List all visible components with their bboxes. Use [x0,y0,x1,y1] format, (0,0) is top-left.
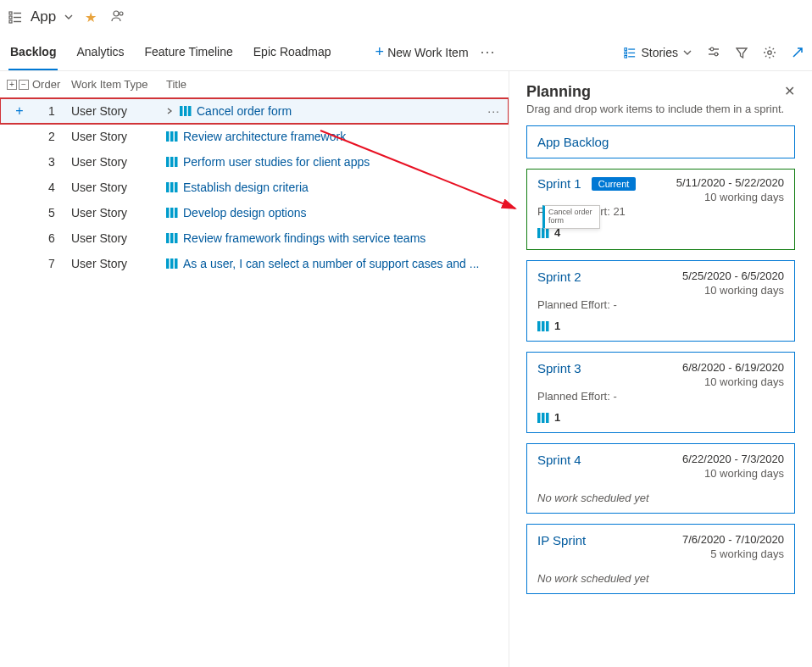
svg-rect-36 [175,233,178,243]
expand-all-button[interactable]: + [7,80,17,90]
sprint-dates: 7/6/2020 - 7/10/2020 [682,533,784,546]
svg-rect-12 [625,55,627,58]
work-item-title[interactable]: As a user, I can select a number of supp… [183,257,479,270]
tab-analytics[interactable]: Analytics [75,34,125,70]
svg-rect-39 [175,258,178,269]
collapse-all-button[interactable]: − [19,80,29,90]
tab-feature-timeline[interactable]: Feature Timeline [143,34,235,70]
svg-rect-44 [542,321,545,331]
table-row[interactable]: + 5 User Story Develop design options ··… [0,200,509,225]
chevron-right-icon[interactable] [166,107,175,116]
sprint-empty: No work scheduled yet [537,572,784,585]
table-row[interactable]: + 3 User Story Perform user studies for … [0,149,509,175]
tab-backlog[interactable]: Backlog [8,34,58,70]
sprint-name: Sprint 1 [537,176,581,191]
filter-icon[interactable] [736,47,748,58]
planning-panel: Planning ✕ Drag and drop work items to i… [509,71,812,667]
cell-order: 2 [32,130,71,143]
table-row[interactable]: + 6 User Story Review framework findings… [0,225,509,251]
row-more-icon[interactable]: ··· [487,104,500,118]
view-switcher[interactable]: Stories [624,46,692,59]
svg-rect-37 [166,258,170,269]
sprint-days: 10 working days [682,467,784,480]
work-item-title[interactable]: Establish design criteria [183,181,309,194]
sprint-bucket[interactable]: IP Sprint 7/6/2020 - 7/10/2020 5 working… [526,524,795,594]
cell-order: 6 [32,231,71,245]
svg-point-15 [710,47,714,51]
table-row[interactable]: + 4 User Story Establish design criteria… [0,175,509,200]
svg-point-18 [768,50,771,53]
sprint-dates: 5/25/2020 - 6/5/2020 [682,270,784,282]
toolbar-right: Stories [624,46,804,59]
cell-type: User Story [71,206,166,220]
svg-point-7 [120,12,123,15]
col-header-order[interactable]: Order [32,78,71,91]
col-header-type[interactable]: Work Item Type [71,78,166,91]
sprint-effort: Planned Effort: - [537,390,784,403]
svg-rect-34 [166,233,170,243]
cell-type: User Story [71,181,166,194]
app-title[interactable]: App [31,8,56,25]
sprint-name: Sprint 2 [537,270,581,284]
plus-icon: + [375,43,385,61]
more-actions-button[interactable]: ··· [481,43,496,61]
cell-order: 3 [32,155,71,169]
cell-type: User Story [71,130,166,143]
fullscreen-icon[interactable] [792,47,804,58]
cell-type: User Story [71,155,166,169]
work-item-title[interactable]: Develop design options [183,206,307,220]
star-icon[interactable]: ★ [85,9,97,25]
sprint-count: 4 [537,226,784,239]
cell-type: User Story [71,231,166,245]
sprint-bucket[interactable]: Sprint 3 6/8/2020 - 6/19/2020 10 working… [526,352,795,433]
svg-rect-2 [9,16,12,19]
new-work-item-button[interactable]: + New Work Item [375,43,469,61]
sprint-empty: No work scheduled yet [537,492,784,504]
svg-point-6 [114,11,119,16]
work-item-title[interactable]: Review architecture framework [183,130,346,143]
user-story-icon [166,258,178,269]
cell-order: 4 [32,181,71,194]
add-child-icon[interactable]: + [15,103,23,119]
backlog-bucket[interactable]: App Backlog [526,125,795,158]
svg-rect-27 [175,157,178,167]
tabs: Backlog Analytics Feature Timeline Epic … [8,34,496,70]
work-item-title[interactable]: Perform user studies for client apps [183,155,370,169]
gear-icon[interactable] [763,46,776,59]
col-header-title[interactable]: Title [166,78,502,91]
settings-sliders-icon[interactable] [707,46,720,59]
user-story-icon [537,228,549,238]
panel-subtitle: Drag and drop work items to include them… [526,103,795,115]
close-icon[interactable]: ✕ [784,83,795,99]
backlog-bucket-title: App Backlog [537,135,784,149]
svg-rect-28 [166,182,170,192]
tab-epic-roadmap[interactable]: Epic Roadmap [252,34,333,70]
sprint-days: 10 working days [682,375,784,388]
work-item-title[interactable]: Cancel order form [197,104,292,118]
sprint-bucket[interactable]: Sprint 2 5/25/2020 - 6/5/2020 10 working… [526,260,795,342]
table-row[interactable]: + 7 User Story As a user, I can select a… [0,251,509,276]
svg-rect-30 [175,182,178,192]
svg-rect-42 [546,228,549,238]
user-story-icon [537,413,549,423]
sprint-bucket[interactable]: Sprint 1 Current 5/11/2020 - 5/22/2020 1… [526,169,795,250]
svg-rect-40 [537,228,541,238]
sprint-count: 1 [537,320,784,332]
panel-title: Planning [526,83,591,101]
sprint-count-value: 1 [554,320,560,332]
svg-rect-24 [175,131,178,142]
svg-rect-45 [546,321,549,331]
user-story-icon [166,157,178,167]
sprint-bucket[interactable]: Sprint 4 6/22/2020 - 7/3/2020 10 working… [526,443,795,514]
chevron-down-icon[interactable] [64,10,73,24]
work-item-title[interactable]: Review framework findings with service t… [183,231,425,245]
team-icon[interactable] [110,9,125,25]
current-badge: Current [592,177,637,191]
table-row[interactable]: + 2 User Story Review architecture frame… [0,124,509,149]
svg-rect-19 [180,106,183,116]
sprint-effort: Planned Effort: 21 [537,205,784,218]
user-story-icon [166,233,178,243]
svg-rect-47 [542,413,545,423]
table-row[interactable]: + 1 User Story Cancel order form ··· [0,98,509,124]
svg-rect-25 [166,157,170,167]
